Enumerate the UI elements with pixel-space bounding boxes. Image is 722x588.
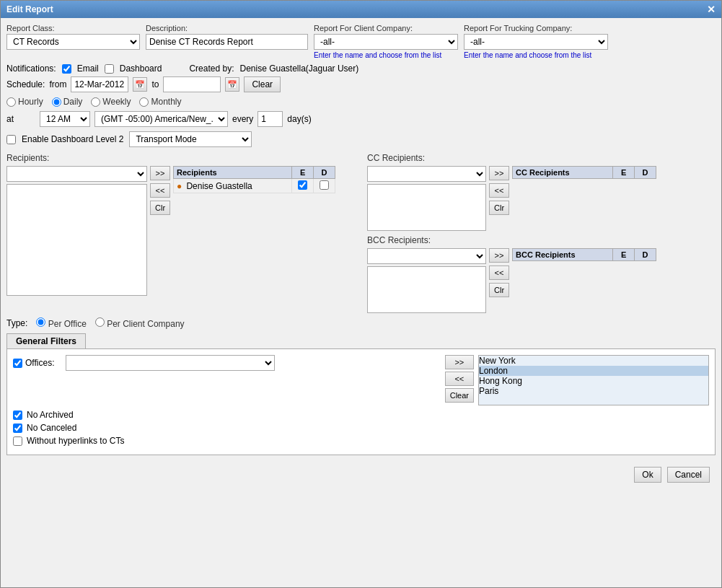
cc-clr-btn[interactable]: Clr xyxy=(489,201,509,215)
offices-arrows: >> << Clear xyxy=(445,355,474,403)
no-archived-label: No Archived xyxy=(27,410,74,420)
general-filters-tab[interactable]: General Filters xyxy=(6,333,86,348)
cc-right-col: CC Recipients E D xyxy=(512,166,656,231)
enable-dashboard-checkbox[interactable] xyxy=(6,135,16,144)
recipients-panel: Recipients: >> << Clr xyxy=(6,153,360,313)
type-section: Type: Per Office Per Client Company xyxy=(6,317,716,329)
created-by-label: Created by: xyxy=(189,63,234,74)
report-trucking-dropdown[interactable]: -all- xyxy=(464,34,608,50)
to-calendar-btn[interactable]: 📅 xyxy=(225,77,239,92)
close-button[interactable]: ✕ xyxy=(707,4,716,15)
recipient-name: ● Denise Guastella xyxy=(174,179,292,193)
recipients-move-right-btn[interactable]: >> xyxy=(150,166,170,180)
bcc-left-col xyxy=(367,248,486,313)
notifications-label: Notifications: xyxy=(6,63,56,74)
bcc-table: BCC Recipients E D xyxy=(512,248,656,313)
cancel-button[interactable]: Cancel xyxy=(667,467,710,483)
recipients-left-select[interactable] xyxy=(6,166,147,182)
ok-button[interactable]: Ok xyxy=(634,467,661,483)
no-archived-checkbox[interactable] xyxy=(13,411,22,420)
report-class-dropdown[interactable]: CT Records xyxy=(6,34,140,50)
clear-schedule-btn[interactable]: Clear xyxy=(244,76,281,92)
from-date-input[interactable] xyxy=(71,76,128,92)
cc-left-col xyxy=(367,166,486,231)
title-bar: Edit Report ✕ xyxy=(1,1,721,18)
weekly-radio-label[interactable]: Weekly xyxy=(91,97,131,107)
to-date-input[interactable] xyxy=(163,76,221,92)
per-office-radio[interactable] xyxy=(36,317,45,327)
hourly-radio-label[interactable]: Hourly xyxy=(6,97,43,107)
list-item: Paris xyxy=(479,386,708,396)
timezone-select[interactable]: (GMT -05:00) America/New_... xyxy=(94,111,228,127)
bcc-move-left-btn[interactable]: << xyxy=(489,266,509,280)
description-input[interactable] xyxy=(146,34,308,50)
schedule-row: Schedule: from 📅 to 📅 Clear xyxy=(6,76,716,92)
daily-radio[interactable] xyxy=(52,97,61,107)
time-select[interactable]: 12 AM xyxy=(40,111,90,127)
bcc-move-right-btn[interactable]: >> xyxy=(489,248,509,263)
recipients-table: Recipients E D ● Denise Guastella xyxy=(173,166,335,193)
to-label: to xyxy=(151,79,159,89)
description-group: Description: xyxy=(146,24,308,50)
bcc-arrows: >> << Clr xyxy=(489,248,509,297)
report-client-dropdown[interactable]: -all- xyxy=(314,34,458,50)
hourly-radio[interactable] xyxy=(6,97,16,107)
recipients-left-col xyxy=(6,166,147,296)
recipient-dashboard-check[interactable] xyxy=(314,179,335,193)
without-hyperlinks-checkbox[interactable] xyxy=(13,436,22,446)
cc-arrows: >> << Clr xyxy=(489,166,509,215)
offices-checkbox-label: Offices: xyxy=(13,355,54,368)
cc-move-left-btn[interactable]: << xyxy=(489,183,509,198)
recipients-arrows: >> << Clr xyxy=(150,166,170,215)
monthly-radio-label[interactable]: Monthly xyxy=(139,97,181,107)
edit-report-window: Edit Report ✕ Report Class: CT Records D… xyxy=(0,0,722,588)
recipients-left-list xyxy=(6,184,147,296)
col-recipients: Recipients xyxy=(174,167,292,179)
weekly-radio[interactable] xyxy=(91,97,100,107)
bcc-clr-btn[interactable]: Clr xyxy=(489,283,509,297)
no-canceled-row: No Canceled xyxy=(13,423,709,433)
report-class-group: Report Class: CT Records xyxy=(6,24,140,50)
cc-section: CC Recipients: >> << Clr xyxy=(367,153,716,231)
recipient-email-check[interactable] xyxy=(292,179,314,193)
per-office-label[interactable]: Per Office xyxy=(36,317,86,329)
offices-section: Offices: >> << Clear New York London Hon… xyxy=(13,355,709,405)
per-client-radio[interactable] xyxy=(95,317,105,327)
clear-offices-btn[interactable]: Clear xyxy=(445,388,474,403)
at-label: at xyxy=(6,114,35,124)
report-class-label: Report Class: xyxy=(6,24,140,32)
cc-left-select[interactable] xyxy=(367,166,486,182)
cc-move-right-btn[interactable]: >> xyxy=(489,166,509,180)
recipients-clr-btn[interactable]: Clr xyxy=(150,201,170,215)
at-row: at 12 AM (GMT -05:00) America/New_... ev… xyxy=(6,111,716,127)
offices-label: Offices: xyxy=(25,358,54,368)
bcc-col-d: D xyxy=(635,249,656,261)
recipients-move-left-btn[interactable]: << xyxy=(150,183,170,198)
notifications-row: Notifications: Email Dashboard Created b… xyxy=(6,63,716,74)
daily-radio-label[interactable]: Daily xyxy=(52,97,83,107)
cc-label: CC Recipients: xyxy=(367,153,716,163)
from-label: from xyxy=(49,79,66,89)
bcc-section: BCC Recipients: >> << Clr xyxy=(367,235,716,313)
bcc-col-e: E xyxy=(613,249,635,261)
bcc-left-select[interactable] xyxy=(367,248,486,264)
email-checkbox[interactable] xyxy=(62,64,71,74)
per-client-label[interactable]: Per Client Company xyxy=(95,317,185,329)
dashboard-checkbox[interactable] xyxy=(105,64,114,74)
cc-bcc-panel: CC Recipients: >> << Clr xyxy=(367,153,716,313)
every-input[interactable] xyxy=(257,111,283,127)
report-trucking-hint: Enter the name and choose from the list xyxy=(464,51,608,59)
from-calendar-btn[interactable]: 📅 xyxy=(133,77,147,92)
without-hyperlinks-label: Without hyperlinks to CTs xyxy=(27,436,124,446)
description-label: Description: xyxy=(146,24,308,32)
recipients-right-col: Recipients E D ● Denise Guastella xyxy=(173,166,335,193)
offices-move-left-btn[interactable]: << xyxy=(445,372,474,386)
monthly-radio[interactable] xyxy=(139,97,149,107)
no-canceled-checkbox[interactable] xyxy=(13,424,22,433)
transport-mode-select[interactable]: Transport Mode xyxy=(129,131,252,147)
dashboard-level-row: Enable Dashboard Level 2 Transport Mode xyxy=(6,131,716,147)
general-filters-panel: Offices: >> << Clear New York London Hon… xyxy=(6,348,716,455)
offices-select[interactable] xyxy=(66,355,275,371)
offices-checkbox[interactable] xyxy=(13,359,22,368)
offices-move-right-btn[interactable]: >> xyxy=(445,355,474,369)
